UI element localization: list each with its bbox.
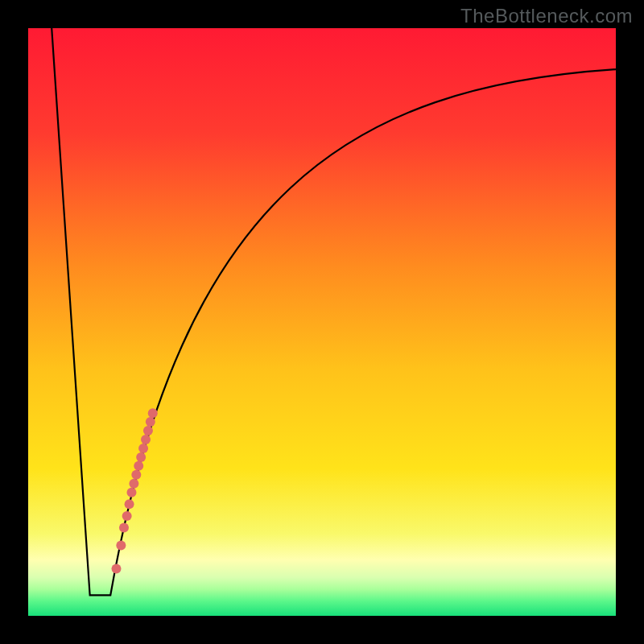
data-point: [136, 452, 146, 462]
data-point: [126, 488, 136, 497]
gradient-background: [28, 28, 616, 616]
data-point: [122, 511, 132, 521]
bottleneck-chart: [28, 28, 616, 616]
data-point: [119, 523, 129, 533]
data-point: [131, 470, 141, 480]
data-point: [112, 564, 122, 574]
data-point: [134, 461, 143, 471]
data-point: [138, 444, 148, 453]
data-point: [143, 426, 153, 436]
chart-frame: TheBottleneck.com: [0, 0, 644, 644]
data-point: [141, 435, 151, 444]
data-point: [129, 479, 138, 489]
data-point: [148, 408, 158, 418]
data-point: [146, 417, 155, 427]
data-point: [116, 540, 126, 550]
data-point: [125, 499, 134, 509]
watermark-text: TheBottleneck.com: [460, 5, 633, 27]
